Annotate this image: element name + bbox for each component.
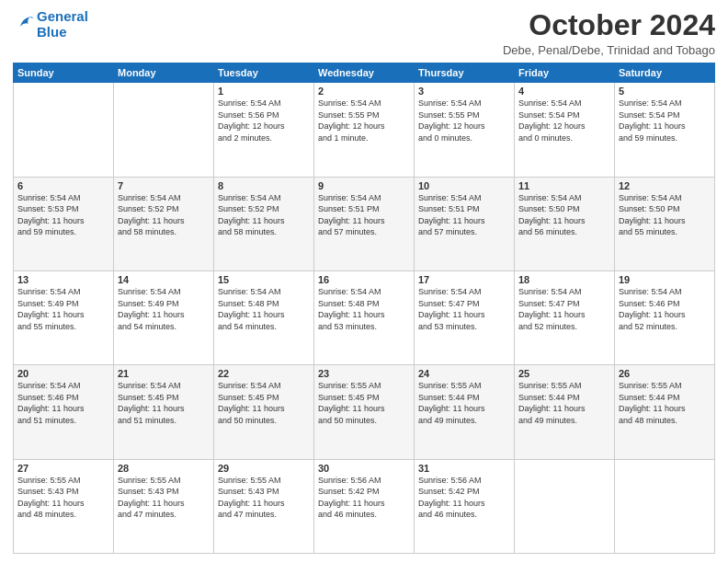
calendar-cell: 15Sunrise: 5:54 AM Sunset: 5:48 PM Dayli… (214, 270, 314, 364)
day-info: Sunrise: 5:54 AM Sunset: 5:54 PM Dayligh… (518, 98, 610, 144)
day-info: Sunrise: 5:54 AM Sunset: 5:51 PM Dayligh… (418, 192, 510, 238)
day-number: 11 (518, 180, 610, 191)
day-info: Sunrise: 5:54 AM Sunset: 5:50 PM Dayligh… (619, 192, 711, 238)
day-info: Sunrise: 5:55 AM Sunset: 5:44 PM Dayligh… (518, 380, 610, 426)
calendar-cell: 24Sunrise: 5:55 AM Sunset: 5:44 PM Dayli… (415, 365, 515, 459)
calendar-cell: 4Sunrise: 5:54 AM Sunset: 5:54 PM Daylig… (515, 83, 615, 177)
day-number: 1 (218, 86, 310, 97)
calendar-cell (114, 83, 214, 177)
title-block: October 2024 Debe, Penal/Debe, Trinidad … (503, 9, 715, 57)
calendar-cell: 17Sunrise: 5:54 AM Sunset: 5:47 PM Dayli… (415, 270, 515, 364)
day-info: Sunrise: 5:54 AM Sunset: 5:49 PM Dayligh… (17, 286, 109, 332)
day-number: 16 (318, 274, 410, 285)
day-number: 3 (418, 86, 510, 97)
calendar-cell: 13Sunrise: 5:54 AM Sunset: 5:49 PM Dayli… (14, 270, 114, 364)
day-number: 4 (518, 86, 610, 97)
day-number: 2 (318, 86, 410, 97)
day-info: Sunrise: 5:54 AM Sunset: 5:48 PM Dayligh… (318, 286, 410, 332)
day-number: 29 (218, 463, 310, 474)
logo-text-line2: Blue (37, 25, 88, 40)
calendar-cell: 30Sunrise: 5:56 AM Sunset: 5:42 PM Dayli… (314, 459, 415, 553)
calendar-cell: 8Sunrise: 5:54 AM Sunset: 5:52 PM Daylig… (214, 177, 314, 270)
day-info: Sunrise: 5:54 AM Sunset: 5:46 PM Dayligh… (17, 380, 109, 426)
day-number: 18 (518, 274, 610, 285)
calendar-cell: 12Sunrise: 5:54 AM Sunset: 5:50 PM Dayli… (615, 177, 715, 270)
day-info: Sunrise: 5:56 AM Sunset: 5:42 PM Dayligh… (318, 475, 410, 521)
calendar-cell: 14Sunrise: 5:54 AM Sunset: 5:49 PM Dayli… (114, 270, 214, 364)
day-info: Sunrise: 5:54 AM Sunset: 5:46 PM Dayligh… (619, 286, 711, 332)
day-info: Sunrise: 5:54 AM Sunset: 5:45 PM Dayligh… (118, 380, 210, 426)
calendar-header-row: SundayMondayTuesdayWednesdayThursdayFrid… (14, 63, 715, 83)
calendar-cell: 23Sunrise: 5:55 AM Sunset: 5:45 PM Dayli… (314, 365, 415, 459)
calendar-day-header: Sunday (14, 63, 114, 83)
day-info: Sunrise: 5:55 AM Sunset: 5:45 PM Dayligh… (318, 380, 410, 426)
day-number: 10 (418, 180, 510, 191)
day-number: 7 (118, 180, 210, 191)
day-info: Sunrise: 5:54 AM Sunset: 5:47 PM Dayligh… (418, 286, 510, 332)
calendar-cell: 10Sunrise: 5:54 AM Sunset: 5:51 PM Dayli… (415, 177, 515, 270)
day-number: 28 (118, 463, 210, 474)
calendar-cell: 16Sunrise: 5:54 AM Sunset: 5:48 PM Dayli… (314, 270, 415, 364)
day-info: Sunrise: 5:54 AM Sunset: 5:54 PM Dayligh… (619, 98, 711, 144)
day-info: Sunrise: 5:54 AM Sunset: 5:48 PM Dayligh… (218, 286, 310, 332)
calendar-week-row: 1Sunrise: 5:54 AM Sunset: 5:56 PM Daylig… (14, 83, 715, 177)
day-info: Sunrise: 5:55 AM Sunset: 5:43 PM Dayligh… (218, 475, 310, 521)
logo-icon (15, 13, 35, 33)
calendar-day-header: Saturday (615, 63, 715, 83)
day-number: 6 (17, 180, 109, 191)
calendar-week-row: 6Sunrise: 5:54 AM Sunset: 5:53 PM Daylig… (14, 177, 715, 270)
day-info: Sunrise: 5:54 AM Sunset: 5:55 PM Dayligh… (318, 98, 410, 144)
calendar-day-header: Monday (114, 63, 214, 83)
day-info: Sunrise: 5:54 AM Sunset: 5:53 PM Dayligh… (17, 192, 109, 238)
day-number: 30 (318, 463, 410, 474)
day-info: Sunrise: 5:54 AM Sunset: 5:51 PM Dayligh… (318, 192, 410, 238)
calendar-table: SundayMondayTuesdayWednesdayThursdayFrid… (13, 63, 715, 554)
calendar-cell: 20Sunrise: 5:54 AM Sunset: 5:46 PM Dayli… (14, 365, 114, 459)
calendar-cell: 11Sunrise: 5:54 AM Sunset: 5:50 PM Dayli… (515, 177, 615, 270)
day-info: Sunrise: 5:55 AM Sunset: 5:43 PM Dayligh… (118, 475, 210, 521)
calendar-cell: 22Sunrise: 5:54 AM Sunset: 5:45 PM Dayli… (214, 365, 314, 459)
day-number: 15 (218, 274, 310, 285)
day-number: 8 (218, 180, 310, 191)
calendar-cell (14, 83, 114, 177)
day-number: 21 (118, 368, 210, 379)
calendar-cell: 6Sunrise: 5:54 AM Sunset: 5:53 PM Daylig… (14, 177, 114, 270)
calendar-week-row: 13Sunrise: 5:54 AM Sunset: 5:49 PM Dayli… (14, 270, 715, 364)
calendar-day-header: Thursday (415, 63, 515, 83)
logo-text-line1: General (37, 9, 88, 25)
calendar-week-row: 20Sunrise: 5:54 AM Sunset: 5:46 PM Dayli… (14, 365, 715, 459)
calendar-cell: 26Sunrise: 5:55 AM Sunset: 5:44 PM Dayli… (615, 365, 715, 459)
month-title: October 2024 (503, 9, 715, 41)
day-number: 22 (218, 368, 310, 379)
calendar-cell: 31Sunrise: 5:56 AM Sunset: 5:42 PM Dayli… (415, 459, 515, 553)
day-number: 27 (17, 463, 109, 474)
calendar-cell: 18Sunrise: 5:54 AM Sunset: 5:47 PM Dayli… (515, 270, 615, 364)
calendar-cell: 1Sunrise: 5:54 AM Sunset: 5:56 PM Daylig… (214, 83, 314, 177)
calendar-cell: 27Sunrise: 5:55 AM Sunset: 5:43 PM Dayli… (14, 459, 114, 553)
day-number: 13 (17, 274, 109, 285)
day-number: 14 (118, 274, 210, 285)
calendar-cell (615, 459, 715, 553)
day-info: Sunrise: 5:54 AM Sunset: 5:47 PM Dayligh… (518, 286, 610, 332)
day-info: Sunrise: 5:55 AM Sunset: 5:44 PM Dayligh… (619, 380, 711, 426)
calendar-cell: 19Sunrise: 5:54 AM Sunset: 5:46 PM Dayli… (615, 270, 715, 364)
day-info: Sunrise: 5:54 AM Sunset: 5:55 PM Dayligh… (418, 98, 510, 144)
day-info: Sunrise: 5:54 AM Sunset: 5:52 PM Dayligh… (118, 192, 210, 238)
day-info: Sunrise: 5:54 AM Sunset: 5:49 PM Dayligh… (118, 286, 210, 332)
day-number: 12 (619, 180, 711, 191)
page: General Blue October 2024 Debe, Penal/De… (0, 0, 728, 563)
day-info: Sunrise: 5:54 AM Sunset: 5:56 PM Dayligh… (218, 98, 310, 144)
day-info: Sunrise: 5:54 AM Sunset: 5:45 PM Dayligh… (218, 380, 310, 426)
calendar-cell: 7Sunrise: 5:54 AM Sunset: 5:52 PM Daylig… (114, 177, 214, 270)
location-title: Debe, Penal/Debe, Trinidad and Tobago (503, 43, 715, 57)
calendar-cell: 28Sunrise: 5:55 AM Sunset: 5:43 PM Dayli… (114, 459, 214, 553)
day-number: 17 (418, 274, 510, 285)
day-number: 31 (418, 463, 510, 474)
calendar-cell: 21Sunrise: 5:54 AM Sunset: 5:45 PM Dayli… (114, 365, 214, 459)
day-info: Sunrise: 5:55 AM Sunset: 5:43 PM Dayligh… (17, 475, 109, 521)
day-number: 24 (418, 368, 510, 379)
logo: General Blue (13, 9, 88, 40)
day-info: Sunrise: 5:54 AM Sunset: 5:50 PM Dayligh… (518, 192, 610, 238)
calendar-cell: 3Sunrise: 5:54 AM Sunset: 5:55 PM Daylig… (415, 83, 515, 177)
calendar-cell: 2Sunrise: 5:54 AM Sunset: 5:55 PM Daylig… (314, 83, 415, 177)
